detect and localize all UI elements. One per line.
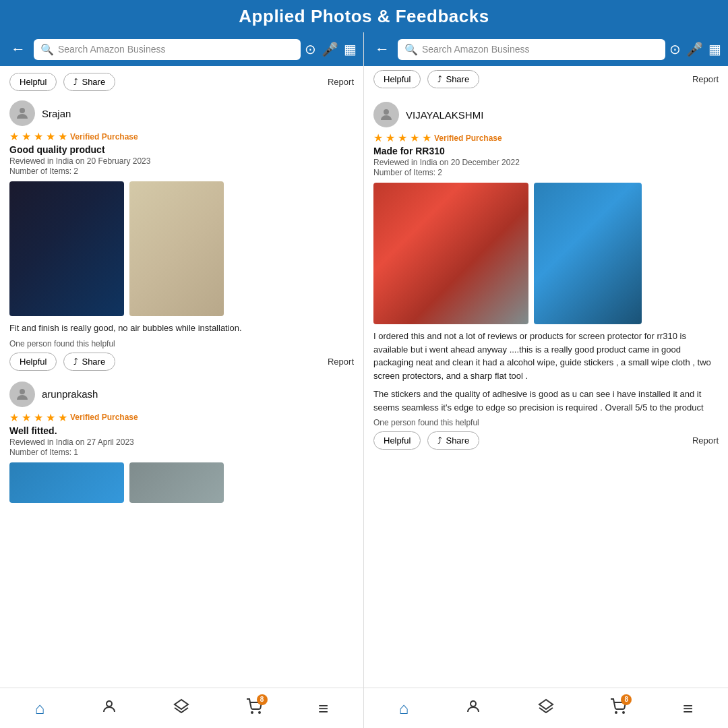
svg-point-0	[20, 108, 25, 113]
srajan-share-button[interactable]: ⤴ Share	[63, 353, 115, 371]
right-top-action-bar: Helpful ⤴ Share Report	[373, 70, 719, 88]
right-panel: ← 🔍 Search Amazon Business ⊙ 🎤 ▦ Helpful…	[364, 32, 728, 728]
arunprakash-name: arunprakash	[42, 388, 98, 400]
star1: ★	[9, 130, 19, 143]
left-menu-icon: ≡	[318, 700, 328, 717]
vijayalakshmi-avatar	[373, 102, 399, 127]
vijayalakshmi-report-button[interactable]: Report	[692, 435, 719, 446]
share-icon-2: ⤴	[73, 357, 78, 367]
right-home-icon: ⌂	[399, 699, 409, 718]
left-top-share-button[interactable]: ⤴ Share	[63, 73, 115, 91]
vijayalakshmi-image-1[interactable]	[373, 183, 528, 324]
left-layers-icon	[173, 698, 189, 719]
svg-point-7	[471, 701, 476, 706]
left-search-input-wrapper[interactable]: 🔍 Search Amazon Business	[34, 39, 301, 60]
star5: ★	[58, 130, 67, 143]
srajan-meta2: Number of Items: 2	[9, 166, 354, 176]
right-nav-home[interactable]: ⌂	[399, 699, 409, 718]
arunprakash-image-partial[interactable]	[9, 462, 124, 503]
srajan-action-bar: Helpful ⤴ Share Report	[9, 353, 354, 371]
right-top-helpful-button[interactable]: Helpful	[373, 70, 421, 88]
star2: ★	[22, 130, 31, 143]
right-share-icon: ⤴	[437, 435, 442, 446]
vijayalakshmi-image-2[interactable]	[534, 183, 642, 324]
vijayalakshmi-body2: The stickers and the quality of adhesive…	[373, 388, 719, 414]
left-top-report-button[interactable]: Report	[328, 77, 354, 87]
arunprakash-images	[9, 462, 354, 503]
right-top-share-button[interactable]: ⤴ Share	[427, 70, 479, 88]
arunprakash-stars: ★ ★ ★ ★ ★ Verified Purchase	[9, 411, 354, 424]
arunprakash-reviewer-row: arunprakash	[9, 382, 354, 407]
srajan-avatar	[9, 100, 35, 126]
right-search-input-wrapper[interactable]: 🔍 Search Amazon Business	[398, 39, 665, 60]
right-back-button[interactable]: ←	[371, 38, 394, 61]
avatar-icon-2	[14, 386, 30, 402]
srajan-image-1[interactable]	[9, 181, 124, 316]
right-search-bar: ← 🔍 Search Amazon Business ⊙ 🎤 ▦	[364, 32, 728, 66]
left-search-input[interactable]: Search Amazon Business	[58, 44, 166, 55]
vijayalakshmi-title: Made for RR310	[373, 146, 719, 156]
svg-marker-8	[539, 700, 553, 709]
avatar-icon-3	[378, 107, 394, 123]
right-top-report-button[interactable]: Report	[692, 74, 719, 84]
star4: ★	[46, 130, 55, 143]
arunprakash-meta1: Reviewed in India on 27 April 2023	[9, 437, 354, 447]
top-header: Applied Photos & Feedbacks	[0, 0, 728, 32]
left-cart-icon: 8	[246, 698, 262, 719]
svg-point-2	[107, 701, 112, 706]
vijayalakshmi-helpful-button[interactable]: Helpful	[373, 431, 421, 450]
avatar-icon	[14, 105, 30, 121]
srajan-helpful-button[interactable]: Helpful	[9, 353, 57, 371]
svg-point-6	[384, 109, 389, 115]
srajan-body: Fit and finish is really good, no air bu…	[9, 322, 354, 335]
vijayalakshmi-action-bar: Helpful ⤴ Share Report	[373, 431, 719, 450]
star3: ★	[34, 130, 43, 143]
left-cart-badge: 8	[257, 694, 268, 705]
left-qr-icon[interactable]: ▦	[344, 41, 357, 57]
srajan-report-button[interactable]: Report	[328, 357, 354, 367]
right-camera-icon[interactable]: ⊙	[669, 41, 681, 57]
right-nav-menu[interactable]: ≡	[683, 700, 693, 717]
arunprakash-meta2: Number of Items: 1	[9, 448, 354, 457]
left-nav-cart[interactable]: 8	[246, 698, 262, 719]
right-search-icons: ⊙ 🎤 ▦	[669, 41, 721, 57]
vijayalakshmi-share-button[interactable]: ⤴ Share	[427, 431, 479, 450]
right-top-partial-bar: Helpful ⤴ Share Report	[364, 66, 728, 102]
vijayalakshmi-name: VIJAYALAKSHMI	[406, 109, 483, 121]
srajan-verified: Verified Purchase	[70, 132, 138, 142]
panels-container: ← 🔍 Search Amazon Business ⊙ 🎤 ▦ Helpful	[0, 32, 728, 728]
vijayalakshmi-images	[373, 183, 719, 324]
right-menu-icon: ≡	[683, 700, 693, 717]
srajan-helpful-text: One person found this helpful	[9, 339, 354, 348]
arunprakash-verified: Verified Purchase	[70, 413, 138, 422]
svg-point-1	[20, 389, 25, 394]
vijayalakshmi-body1: I ordered this and not a lot of reviews …	[373, 330, 719, 382]
left-mic-icon[interactable]: 🎤	[322, 41, 338, 57]
share-icon: ⤴	[73, 77, 78, 87]
vijayalakshmi-meta2: Number of Items: 2	[373, 168, 719, 177]
right-nav-layers[interactable]	[538, 698, 554, 719]
left-nav-layers[interactable]	[173, 698, 189, 719]
right-mic-icon[interactable]: 🎤	[686, 41, 703, 57]
right-qr-icon[interactable]: ▦	[708, 41, 721, 57]
left-search-bar: ← 🔍 Search Amazon Business ⊙ 🎤 ▦	[0, 32, 363, 66]
left-nav-profile[interactable]	[101, 698, 117, 719]
left-back-button[interactable]: ←	[7, 38, 30, 61]
right-nav-profile[interactable]	[465, 698, 481, 719]
left-nav-menu[interactable]: ≡	[318, 700, 328, 717]
right-search-input[interactable]: Search Amazon Business	[422, 44, 530, 55]
left-search-icon: 🔍	[40, 43, 54, 56]
srajan-image-2[interactable]	[129, 181, 224, 316]
right-cart-icon: 8	[610, 698, 626, 719]
arunprakash-image-partial-2[interactable]	[129, 462, 224, 503]
left-nav-home[interactable]: ⌂	[35, 699, 45, 718]
left-person-icon	[101, 698, 117, 719]
svg-point-9	[615, 712, 617, 713]
left-camera-icon[interactable]: ⊙	[305, 41, 316, 57]
left-top-helpful-button[interactable]: Helpful	[9, 73, 57, 91]
right-nav-cart[interactable]: 8	[610, 698, 626, 719]
left-bottom-nav: ⌂ 8	[0, 688, 363, 728]
app-container: Applied Photos & Feedbacks ← 🔍 Search Am…	[0, 0, 728, 728]
left-panel: ← 🔍 Search Amazon Business ⊙ 🎤 ▦ Helpful	[0, 32, 364, 728]
svg-marker-3	[175, 700, 188, 709]
